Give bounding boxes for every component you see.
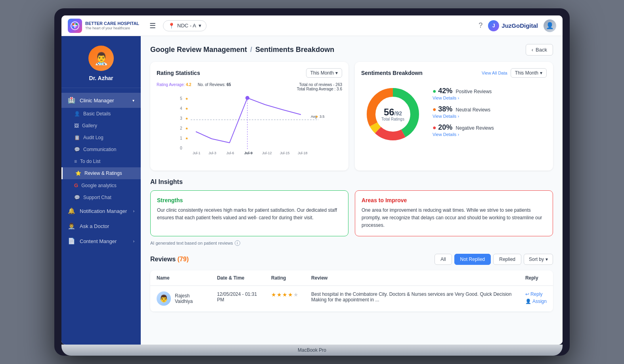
svg-text:★: ★: [315, 115, 318, 119]
sort-by-selector[interactable]: Sort by ▾: [524, 254, 553, 265]
svg-text:4: 4: [180, 106, 182, 111]
sidebar-item-content-manager[interactable]: 📄 Content Manger ›: [61, 234, 141, 249]
svg-text:★: ★: [185, 117, 188, 121]
brand-icon: J: [488, 20, 499, 31]
profile-avatar: 👨‍⚕️: [88, 46, 114, 71]
view-all-data-link[interactable]: View All Data: [482, 71, 507, 75]
negative-view-link[interactable]: View Details ›: [433, 132, 547, 137]
sidebar-item-clinic-manager[interactable]: 🏥 Clinic Manager ▾: [61, 93, 141, 108]
sidebar-label-basic-details: Basic Details: [83, 111, 111, 117]
rating-stats-title: Rating Statistics: [157, 70, 200, 76]
strengths-title: Strengths: [157, 197, 342, 203]
ai-disclaimer: AI generated text based on patient revie…: [150, 240, 553, 246]
user-avatar[interactable]: 👤: [544, 19, 556, 32]
svg-text:Jul-15: Jul-15: [280, 151, 290, 155]
filter-not-replied-button[interactable]: Not Replied: [454, 254, 491, 265]
sidebar-item-basic-details[interactable]: 👤 Basic Details: [61, 108, 141, 120]
hamburger-button[interactable]: ☰: [147, 19, 158, 33]
reviews-value: 65: [226, 82, 231, 87]
sidebar-item-communication[interactable]: 💬 Communication: [61, 144, 141, 155]
svg-text:Jul-9: Jul-9: [244, 151, 253, 155]
svg-text:3.5: 3.5: [320, 115, 325, 119]
sidebar-item-review-ratings[interactable]: ⭐ Review & Ratings: [61, 167, 141, 179]
sidebar-item-google-analytics[interactable]: G Google analytics: [61, 179, 141, 192]
donut-chart: 56/92 Total Ratings: [361, 82, 425, 146]
ai-insights-section: AI Insights Strengths Our clinic consist…: [150, 178, 553, 246]
improve-text: One area for improvement is reducing wai…: [362, 207, 546, 230]
sidebar-label-review-ratings: Review & Ratings: [84, 171, 122, 176]
review-ratings-icon: ⭐: [75, 171, 81, 176]
negative-pct: 20%: [438, 123, 452, 131]
sentiments-card: Sentiments Breakdown View All Data This …: [355, 62, 553, 171]
sentiment-legend: ● 42% Positive Reviews View Details › ● …: [433, 87, 547, 142]
legend-negative: ● 20% Negative Reviews View Details ›: [433, 123, 547, 137]
reviews-label: No. of Reviews:: [198, 82, 226, 87]
sidebar-item-gallery[interactable]: 🖼 Gallery: [61, 120, 141, 132]
audit-log-icon: 📋: [74, 135, 80, 140]
logo-name: BETTER CARE HOSPITAL: [85, 21, 139, 26]
sentiment-body: 56/92 Total Ratings ● 42% Positive Revie…: [361, 82, 547, 146]
col-reply: Reply: [519, 270, 553, 286]
location-label: NDC - A: [177, 23, 196, 29]
sidebar-label-communication: Communication: [83, 147, 116, 152]
rating-stats-header: Rating Statistics This Month ▾: [157, 68, 342, 78]
rating-month-selector[interactable]: This Month ▾: [306, 68, 342, 78]
reply-label: Reply: [530, 291, 543, 297]
rating-chart: 5 4 3 2 1 0 ★ ★ ★ ★ ★: [157, 93, 342, 164]
reviews-title: Reviews (79): [150, 256, 189, 263]
reviewer-name: Rajesh Vaidhiya: [175, 293, 204, 304]
donut-center: 56/92 Total Ratings: [381, 107, 404, 121]
donut-sub: /92: [394, 110, 402, 117]
back-button[interactable]: ‹ Back: [526, 44, 553, 56]
reviews-table: Name Date & Time Rating Review Reply: [150, 270, 553, 312]
help-icon[interactable]: ?: [479, 21, 482, 30]
positive-view-link[interactable]: View Details ›: [433, 96, 547, 100]
sidebar-item-notification-manager[interactable]: 🔔 Notification Manager ›: [61, 203, 141, 218]
ai-insights-title: AI Insights: [150, 178, 553, 186]
chevron-right-icon: ›: [133, 209, 134, 213]
sidebar-item-audit-log[interactable]: 📋 Audit Log: [61, 132, 141, 144]
sidebar-item-todo[interactable]: ≡ To do List: [61, 155, 141, 167]
back-label: Back: [536, 47, 547, 53]
negative-label: Negative Reviews: [456, 125, 494, 131]
strengths-text: Our clinic consistently receives high ma…: [157, 207, 342, 222]
star-rating: ★★★★: [271, 291, 293, 298]
svg-point-4: [76, 26, 78, 28]
strengths-card: Strengths Our clinic consistently receiv…: [150, 190, 348, 236]
chevron-left-icon: ‹: [532, 47, 533, 53]
reply-arrow-icon: ↩: [525, 291, 529, 297]
sentiments-month-selector[interactable]: This Month ▾: [511, 68, 547, 78]
sort-label: Sort by: [529, 257, 544, 262]
donut-number: 56: [384, 107, 394, 117]
rating-stats-labels: Rating Average: 4.2 No. of Reviews: 65 T…: [157, 82, 342, 91]
sentiments-header: Sentiments Breakdown View All Data This …: [361, 68, 547, 78]
filter-all-button[interactable]: All: [435, 254, 452, 265]
filter-replied-button[interactable]: Replied: [493, 254, 521, 265]
sidebar-nav: 🏥 Clinic Manager ▾ 👤 Basic Details 🖼 Gal…: [61, 88, 141, 345]
sidebar-label-notification-manager: Notification Manager: [80, 208, 127, 214]
sidebar-item-ask-doctor[interactable]: 👨‍⚕️ Ask a Doctor: [61, 218, 141, 234]
clinic-manager-icon: 🏥: [68, 97, 76, 104]
neutral-view-link[interactable]: View Details ›: [433, 114, 547, 119]
reviews-count: (79): [178, 256, 189, 262]
chevron-down-icon3: ▾: [540, 70, 542, 76]
assign-link[interactable]: 👤 Assign: [525, 299, 547, 304]
sidebar-item-support-chat[interactable]: 💬 Support Chat: [61, 192, 141, 203]
svg-text:Jul-12: Jul-12: [262, 151, 272, 155]
svg-text:Jul-1: Jul-1: [193, 151, 201, 155]
location-selector[interactable]: 📍 NDC - A ▾: [163, 20, 207, 31]
sidebar-profile: 👨‍⚕️ Dr. Azhar: [61, 36, 141, 88]
ai-disclaimer-text: AI generated text based on patient revie…: [150, 241, 233, 245]
ask-doctor-icon: 👨‍⚕️: [68, 222, 76, 230]
rating-month-label: This Month: [310, 70, 334, 76]
rating-line-chart: 5 4 3 2 1 0 ★ ★ ★ ★ ★: [157, 93, 342, 156]
negative-dot-icon: ●: [433, 124, 436, 131]
improve-title: Areas to Improve: [362, 197, 546, 203]
legend-positive: ● 42% Positive Reviews View Details ›: [433, 87, 547, 100]
col-review: Review: [305, 270, 519, 286]
logo-icon: [68, 19, 82, 33]
gallery-icon: 🖼: [74, 123, 79, 128]
sidebar-label-content-manager: Content Manger: [80, 238, 117, 244]
chevron-down-icon2: ▾: [335, 70, 338, 76]
reply-link[interactable]: ↩ Reply: [525, 291, 547, 297]
